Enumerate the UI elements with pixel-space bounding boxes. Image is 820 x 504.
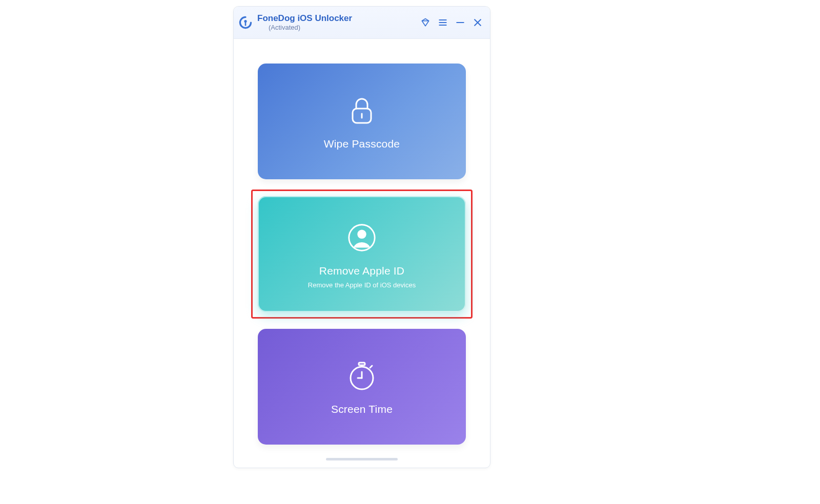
screen-time-title: Screen Time: [331, 403, 393, 415]
remove-apple-id-subtitle: Remove the Apple ID of iOS devices: [308, 281, 416, 289]
main-content: Wipe Passcode Remove Apple ID Remove the…: [234, 39, 490, 458]
wipe-passcode-card[interactable]: Wipe Passcode: [258, 64, 466, 179]
highlight-frame: Remove Apple ID Remove the Apple ID of i…: [251, 190, 473, 319]
bottom-handle: [326, 458, 398, 460]
app-logo-icon: [239, 16, 252, 29]
minimize-icon[interactable]: [455, 17, 465, 28]
svg-rect-15: [359, 363, 365, 365]
screen-time-card[interactable]: Screen Time: [258, 329, 466, 445]
title-bar: FoneDog iOS Unlocker (Activated): [234, 7, 490, 39]
title-text: FoneDog iOS Unlocker (Activated): [257, 13, 352, 31]
stopwatch-icon: [344, 358, 380, 394]
app-status: (Activated): [269, 24, 352, 32]
app-window: FoneDog iOS Unlocker (Activated): [233, 6, 490, 468]
lock-icon: [344, 93, 380, 129]
wipe-passcode-title: Wipe Passcode: [324, 138, 400, 150]
window-controls: [420, 17, 483, 28]
user-icon: [344, 220, 380, 256]
close-icon[interactable]: [473, 17, 483, 28]
menu-icon[interactable]: [438, 17, 448, 28]
svg-point-11: [357, 229, 366, 238]
app-title: FoneDog iOS Unlocker: [257, 13, 352, 24]
remove-apple-id-card[interactable]: Remove Apple ID Remove the Apple ID of i…: [258, 196, 466, 312]
svg-rect-1: [245, 22, 247, 26]
remove-apple-id-title: Remove Apple ID: [319, 265, 404, 277]
svg-line-17: [370, 366, 372, 368]
diamond-icon[interactable]: [420, 17, 430, 28]
